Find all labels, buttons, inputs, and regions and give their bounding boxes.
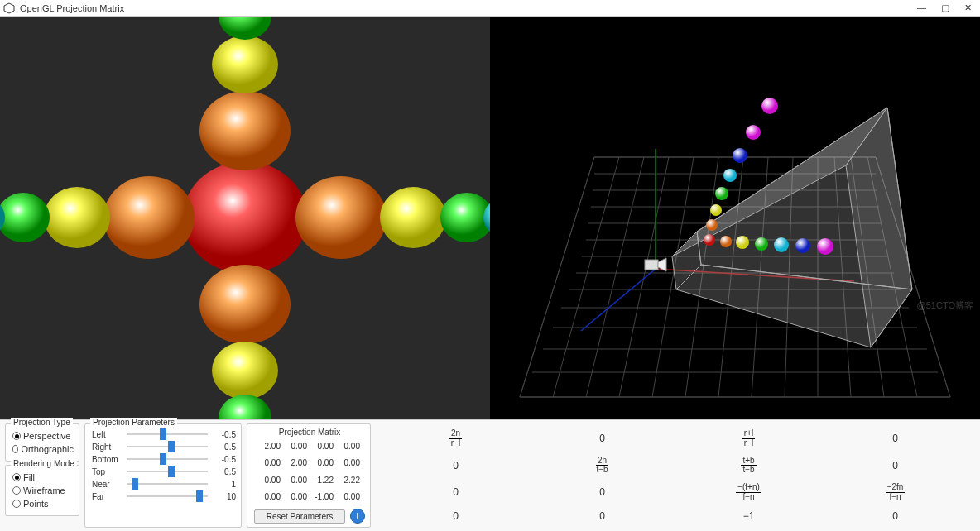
radio-label: Wireframe bbox=[23, 486, 65, 495]
projection-type-title: Projection Type bbox=[11, 418, 73, 427]
param-value: -0.5 bbox=[211, 430, 236, 439]
param-label: Bottom bbox=[92, 455, 123, 464]
formula-cell: 0 bbox=[382, 486, 529, 498]
svg-marker-0 bbox=[4, 3, 14, 13]
radio-points[interactable]: Points bbox=[12, 499, 74, 509]
matrix-cell: -1.22 bbox=[312, 474, 334, 489]
radio-perspective[interactable]: Perspective bbox=[12, 431, 74, 441]
svg-point-6 bbox=[0, 193, 50, 242]
formula-cell: t+bt−b bbox=[675, 457, 822, 475]
svg-point-55 bbox=[704, 234, 715, 246]
radio-orthographic[interactable]: Orthographic bbox=[12, 444, 74, 454]
param-label: Left bbox=[92, 430, 123, 439]
svg-point-61 bbox=[817, 238, 833, 255]
slider-left[interactable] bbox=[127, 428, 208, 440]
svg-rect-53 bbox=[645, 260, 658, 270]
svg-point-67 bbox=[746, 125, 761, 140]
svg-line-17 bbox=[520, 157, 594, 397]
info-icon[interactable]: i bbox=[350, 509, 365, 524]
radio-wireframe[interactable]: Wireframe bbox=[12, 486, 74, 495]
control-panel: Projection Type Perspective Orthographic… bbox=[0, 419, 980, 531]
radio-icon bbox=[12, 500, 21, 508]
matrix-cell: 0.00 bbox=[286, 474, 307, 489]
projection-matrix-group: Projection Matrix 2.000.000.000.000.002.… bbox=[247, 423, 371, 528]
param-row-near: Near1 bbox=[92, 478, 236, 490]
formula-cell: 0 bbox=[822, 510, 968, 522]
formula-cell: −1 bbox=[675, 510, 822, 522]
param-row-right: Right0.5 bbox=[92, 441, 236, 452]
radio-label: Orthographic bbox=[21, 444, 74, 454]
param-row-left: Left-0.5 bbox=[92, 428, 236, 440]
formula-cell: −2fnf−n bbox=[822, 483, 968, 501]
matrix-grid: 2.000.000.000.000.002.000.000.000.000.00… bbox=[254, 438, 365, 507]
camera-scene bbox=[0, 17, 490, 419]
reset-button[interactable]: Reset Parameters bbox=[254, 509, 345, 524]
formula-cell: 2nt−b bbox=[529, 457, 675, 475]
svg-point-66 bbox=[733, 148, 747, 163]
param-value: -0.5 bbox=[211, 455, 236, 464]
svg-point-2 bbox=[103, 176, 195, 259]
radio-fill[interactable]: Fill bbox=[12, 472, 74, 482]
svg-line-19 bbox=[586, 157, 644, 397]
watermark: @51CTO博客 bbox=[917, 299, 973, 312]
slider-far[interactable] bbox=[127, 490, 208, 502]
formula-cell: 0 bbox=[382, 460, 529, 471]
svg-point-5 bbox=[380, 187, 446, 248]
camera-icon bbox=[645, 258, 666, 271]
svg-point-1 bbox=[183, 161, 307, 274]
frustum-viewport[interactable]: @51CTO博客 bbox=[490, 17, 980, 419]
svg-point-68 bbox=[761, 98, 778, 114]
slider-top[interactable] bbox=[127, 466, 208, 477]
formula-cell: 0 bbox=[529, 510, 675, 522]
svg-line-20 bbox=[619, 157, 669, 397]
param-value: 10 bbox=[211, 492, 236, 501]
param-label: Near bbox=[92, 480, 123, 489]
svg-line-18 bbox=[553, 157, 619, 397]
svg-point-57 bbox=[736, 236, 749, 249]
minimize-button[interactable]: — bbox=[917, 2, 926, 13]
viewport-container: @51CTO博客 bbox=[0, 17, 980, 419]
camera-viewport[interactable] bbox=[0, 17, 490, 419]
frustum-scene bbox=[490, 17, 980, 419]
param-row-bottom: Bottom-0.5 bbox=[92, 453, 236, 465]
param-value: 0.5 bbox=[211, 467, 236, 476]
svg-point-56 bbox=[720, 236, 732, 247]
formula-cell: 0 bbox=[529, 486, 675, 498]
matrix-cell: 0.00 bbox=[259, 474, 281, 489]
app-icon bbox=[3, 2, 15, 14]
slider-bottom[interactable] bbox=[127, 453, 208, 465]
maximize-button[interactable]: ▢ bbox=[941, 2, 949, 13]
projection-params-group: Projection Parameters Left-0.5Right0.5Bo… bbox=[84, 423, 242, 528]
svg-point-64 bbox=[715, 187, 728, 200]
slider-right[interactable] bbox=[127, 441, 208, 452]
close-button[interactable]: ✕ bbox=[964, 2, 972, 13]
svg-point-65 bbox=[723, 169, 737, 182]
param-label: Top bbox=[92, 467, 123, 476]
rendering-mode-title: Rendering Mode bbox=[11, 459, 77, 468]
matrix-cell: -1.00 bbox=[312, 490, 334, 505]
matrix-cell: 2.00 bbox=[259, 440, 281, 455]
svg-point-4 bbox=[44, 187, 110, 248]
svg-point-62 bbox=[706, 219, 718, 231]
svg-point-12 bbox=[212, 36, 278, 93]
param-value: 0.5 bbox=[211, 442, 236, 452]
param-row-far: Far10 bbox=[92, 490, 236, 502]
formula-cell: −(f+n)f−n bbox=[675, 483, 822, 501]
param-value: 1 bbox=[211, 480, 236, 489]
formula-cell: 0 bbox=[529, 433, 675, 444]
formula-display: 2nr−l 0 r+lr−l 0 0 2nt−b t+bt−b 0 0 0 −(… bbox=[376, 423, 975, 528]
matrix-cell: 0.00 bbox=[259, 490, 281, 505]
matrix-cell: -2.22 bbox=[339, 474, 360, 489]
matrix-title: Projection Matrix bbox=[254, 428, 365, 437]
rendering-mode-group: Rendering Mode Fill Wireframe Points bbox=[5, 465, 79, 516]
matrix-cell: 0.00 bbox=[339, 490, 360, 505]
slider-near[interactable] bbox=[127, 478, 208, 490]
formula-cell: 2nr−l bbox=[382, 429, 529, 447]
svg-point-59 bbox=[774, 237, 789, 252]
formula-cell: r+lr−l bbox=[675, 429, 822, 447]
matrix-cell: 2.00 bbox=[286, 457, 307, 471]
radio-icon bbox=[12, 473, 21, 481]
formula-cell: 0 bbox=[382, 510, 529, 522]
svg-point-13 bbox=[212, 342, 278, 399]
matrix-cell: 0.00 bbox=[312, 457, 334, 471]
